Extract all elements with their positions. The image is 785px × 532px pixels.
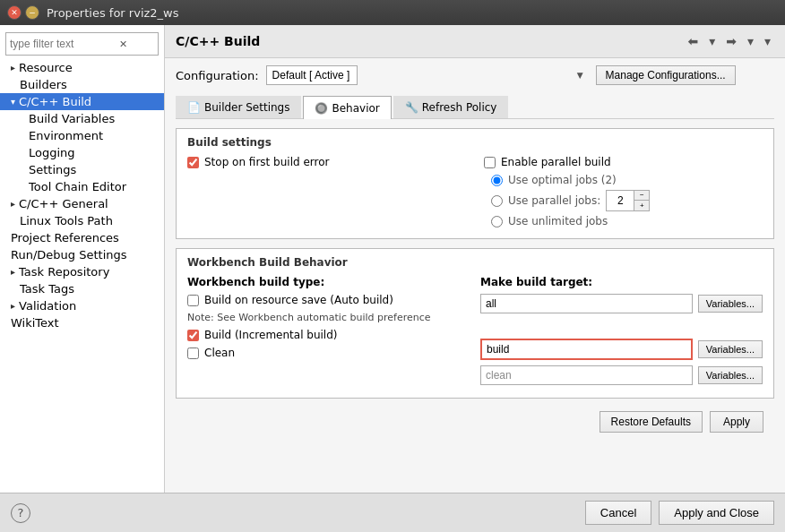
- sidebar-item-build-variables[interactable]: Build Variables: [0, 110, 164, 127]
- workbench-note: Note: See Workbench automatic build pref…: [187, 312, 470, 323]
- incremental-build-row[interactable]: Build (Incremental build): [187, 329, 470, 341]
- use-unlimited-label[interactable]: Use unlimited jobs: [508, 215, 608, 227]
- sidebar-item-cpp-general[interactable]: ▸ C/C++ General: [0, 195, 164, 212]
- nav-more-icon[interactable]: ▾: [761, 32, 774, 50]
- use-parallel-radio[interactable]: [491, 195, 503, 207]
- footer: ? Cancel Apply and Close: [0, 493, 785, 532]
- arrow-icon: ▸: [11, 63, 15, 73]
- sidebar-item-builders[interactable]: Builders: [0, 76, 164, 93]
- clean-checkbox[interactable]: [187, 348, 199, 359]
- use-parallel-label[interactable]: Use parallel jobs:: [508, 194, 600, 207]
- use-unlimited-row[interactable]: Use unlimited jobs: [484, 215, 763, 227]
- jobs-value-input[interactable]: [607, 193, 634, 208]
- sidebar-item-task-repository[interactable]: ▸ Task Repository: [0, 263, 164, 280]
- filter-box[interactable]: ✕: [5, 32, 159, 56]
- window-title: Properties for rviz2_ws: [47, 6, 179, 20]
- build-settings-content: Stop on first build error Enable paralle…: [187, 156, 763, 231]
- all-target-row: Variables...: [480, 294, 763, 313]
- all-target-input[interactable]: [480, 294, 693, 313]
- clean-variables-btn[interactable]: Variables...: [698, 366, 763, 384]
- refresh-policy-icon: 🔧: [405, 101, 418, 114]
- workbench-left: Workbench build type: Build on resource …: [187, 276, 470, 390]
- sidebar-item-tool-chain-editor[interactable]: Tool Chain Editor: [0, 178, 164, 195]
- stop-on-error-label[interactable]: Stop on first build error: [204, 156, 330, 168]
- sidebar-item-environment[interactable]: Environment: [0, 127, 164, 144]
- apply-btn[interactable]: Apply: [710, 411, 763, 433]
- arrow-icon: ▾: [11, 97, 15, 107]
- sidebar-item-linux-tools[interactable]: Linux Tools Path: [0, 212, 164, 229]
- workbench-columns: Workbench build type: Build on resource …: [187, 276, 763, 390]
- sidebar-item-wikitext[interactable]: WikiText: [0, 314, 164, 331]
- sidebar-item-resource[interactable]: ▸ Resource: [0, 59, 164, 76]
- build-settings-group: Build settings Stop on first build error: [176, 128, 774, 239]
- nav-forward-icon[interactable]: ➡: [722, 32, 740, 50]
- tab-behavior[interactable]: 🔘 Behavior: [303, 96, 391, 119]
- tab-builder-settings[interactable]: 📄 Builder Settings: [176, 96, 301, 118]
- auto-build-label[interactable]: Build on resource save (Auto build): [204, 294, 393, 306]
- sidebar-item-run-debug[interactable]: Run/Debug Settings: [0, 246, 164, 263]
- sidebar: ✕ ▸ Resource Builders ▾ C/C++ Build Buil…: [0, 25, 165, 493]
- builder-settings-icon: 📄: [187, 101, 201, 114]
- apply-close-btn[interactable]: Apply and Close: [659, 501, 774, 525]
- use-optimal-row[interactable]: Use optimal jobs (2): [484, 174, 763, 186]
- jobs-spinbox[interactable]: − +: [606, 190, 650, 211]
- build-settings-right: Enable parallel build Use optimal jobs (…: [484, 156, 763, 231]
- arrow-icon: ▸: [11, 199, 15, 209]
- content-area: C/C++ Build ⬅ ▾ ➡ ▾ ▾ Configuration: Def…: [165, 25, 785, 493]
- window-controls[interactable]: ✕ −: [7, 5, 39, 20]
- jobs-decrement-btn[interactable]: −: [634, 191, 649, 201]
- build-settings-title: Build settings: [187, 136, 763, 149]
- incremental-target-input[interactable]: [480, 339, 693, 360]
- sidebar-item-validation[interactable]: ▸ Validation: [0, 297, 164, 314]
- configuration-select-wrapper[interactable]: Default [ Active ]: [266, 65, 589, 85]
- nav-back-icon[interactable]: ⬅: [684, 32, 702, 50]
- incremental-target-row: Variables...: [480, 339, 763, 360]
- incremental-build-checkbox[interactable]: [187, 330, 199, 341]
- filter-clear-btn[interactable]: ✕: [117, 39, 129, 50]
- footer-buttons: Cancel Apply and Close: [585, 501, 774, 525]
- content-title: C/C++ Build: [176, 34, 260, 48]
- cancel-btn[interactable]: Cancel: [585, 501, 651, 525]
- build-settings-left: Stop on first build error: [187, 156, 466, 231]
- sidebar-item-logging[interactable]: Logging: [0, 144, 164, 161]
- use-parallel-row[interactable]: Use parallel jobs: − +: [484, 190, 763, 211]
- tabs-row: 📄 Builder Settings 🔘 Behavior 🔧 Refresh …: [176, 96, 774, 119]
- configuration-select[interactable]: Default [ Active ]: [266, 65, 358, 85]
- enable-parallel-row[interactable]: Enable parallel build: [484, 156, 763, 168]
- sidebar-item-cpp-build[interactable]: ▾ C/C++ Build: [0, 93, 164, 110]
- nav-dropdown2-icon[interactable]: ▾: [744, 32, 757, 50]
- sidebar-item-settings[interactable]: Settings: [0, 161, 164, 178]
- auto-build-row[interactable]: Build on resource save (Auto build): [187, 294, 470, 306]
- minimize-btn[interactable]: −: [25, 5, 39, 20]
- make-target-header: Make build target:: [480, 276, 763, 288]
- incremental-variables-btn[interactable]: Variables...: [698, 340, 763, 358]
- clean-target-input[interactable]: [480, 365, 693, 385]
- incremental-build-label[interactable]: Build (Incremental build): [204, 329, 338, 341]
- nav-dropdown-icon[interactable]: ▾: [705, 32, 719, 50]
- restore-defaults-btn[interactable]: Restore Defaults: [600, 411, 703, 433]
- stop-on-error-row[interactable]: Stop on first build error: [187, 156, 466, 168]
- header-icons[interactable]: ⬅ ▾ ➡ ▾ ▾: [684, 32, 774, 50]
- stop-on-error-checkbox[interactable]: [187, 157, 199, 168]
- clean-label[interactable]: Clean: [204, 347, 235, 359]
- auto-build-checkbox[interactable]: [187, 295, 199, 306]
- sidebar-item-task-tags[interactable]: Task Tags: [0, 280, 164, 297]
- clean-row[interactable]: Clean: [187, 347, 470, 359]
- manage-configurations-btn[interactable]: Manage Configurations...: [596, 65, 736, 85]
- all-variables-btn[interactable]: Variables...: [698, 295, 763, 313]
- use-optimal-label[interactable]: Use optimal jobs (2): [508, 174, 617, 186]
- filter-input[interactable]: [10, 38, 117, 50]
- use-unlimited-radio[interactable]: [491, 216, 503, 227]
- close-btn[interactable]: ✕: [7, 5, 22, 20]
- jobs-increment-btn[interactable]: +: [634, 201, 649, 210]
- help-btn[interactable]: ?: [11, 503, 30, 523]
- enable-parallel-checkbox[interactable]: [484, 157, 496, 168]
- enable-parallel-label[interactable]: Enable parallel build: [501, 156, 611, 168]
- content-body: Configuration: Default [ Active ] Manage…: [165, 58, 785, 493]
- jobs-spin-buttons: − +: [634, 191, 649, 210]
- workbench-right: Make build target: Variables...: [480, 276, 763, 390]
- tab-refresh-policy[interactable]: 🔧 Refresh Policy: [393, 96, 509, 118]
- sidebar-item-project-references[interactable]: Project References: [0, 229, 164, 246]
- use-optimal-radio[interactable]: [491, 175, 503, 186]
- arrow-icon: ▸: [11, 267, 15, 277]
